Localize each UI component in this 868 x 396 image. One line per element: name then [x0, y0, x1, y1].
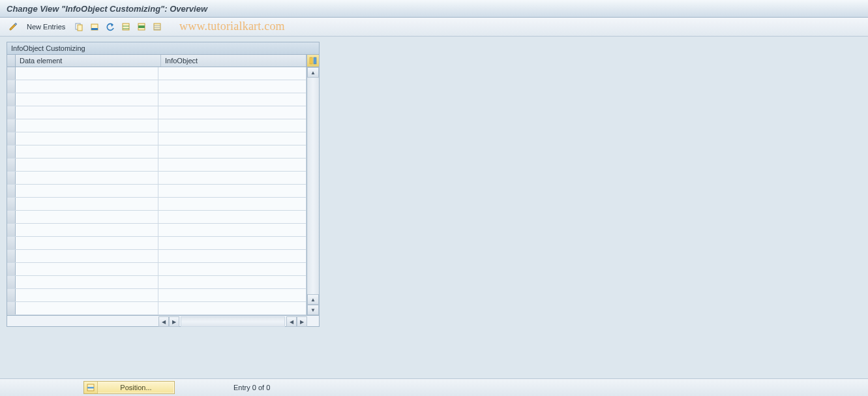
cell-data-element[interactable]: [16, 224, 158, 236]
table-row[interactable]: [7, 159, 307, 172]
cell-infoobject[interactable]: [158, 276, 307, 288]
row-selector[interactable]: [7, 211, 16, 223]
table-row[interactable]: [7, 276, 307, 289]
table-row[interactable]: [7, 119, 307, 132]
row-selector[interactable]: [7, 93, 16, 106]
table-row[interactable]: [7, 106, 307, 119]
cell-infoobject[interactable]: [158, 119, 307, 132]
row-selector[interactable]: [7, 276, 16, 288]
cell-infoobject[interactable]: [158, 263, 307, 275]
scroll-down-icon[interactable]: ▼: [307, 305, 319, 315]
cell-data-element[interactable]: [16, 172, 158, 184]
scroll-right-icon[interactable]: ▶: [169, 316, 179, 327]
vertical-scrollbar[interactable]: ▲ ▲ ▼: [307, 67, 319, 315]
cell-data-element[interactable]: [16, 276, 158, 288]
cell-infoobject[interactable]: [158, 302, 307, 314]
copy-as-icon[interactable]: [72, 20, 85, 33]
row-selector[interactable]: [7, 185, 16, 197]
scroll-left2-icon[interactable]: ◀: [286, 316, 297, 327]
row-selector[interactable]: [7, 237, 16, 249]
cell-data-element[interactable]: [16, 185, 158, 197]
table-row[interactable]: [7, 302, 307, 315]
cell-infoobject[interactable]: [158, 237, 307, 249]
table-row[interactable]: [7, 224, 307, 237]
row-selector[interactable]: [7, 172, 16, 184]
cell-data-element[interactable]: [16, 145, 158, 158]
cell-infoobject[interactable]: [158, 80, 307, 93]
row-selector[interactable]: [7, 159, 16, 171]
scroll-left-icon[interactable]: ◀: [158, 316, 169, 327]
cell-data-element[interactable]: [16, 80, 158, 93]
cell-infoobject[interactable]: [158, 185, 307, 197]
cell-infoobject[interactable]: [158, 93, 307, 106]
row-selector[interactable]: [7, 224, 16, 236]
table-row[interactable]: [7, 237, 307, 250]
svg-rect-8: [310, 57, 312, 64]
scroll-up2-icon[interactable]: ▲: [307, 294, 319, 305]
table-row[interactable]: [7, 250, 307, 263]
table-row[interactable]: [7, 211, 307, 224]
table-row[interactable]: [7, 289, 307, 302]
cell-data-element[interactable]: [16, 93, 158, 106]
table-row[interactable]: [7, 132, 307, 145]
table-row[interactable]: [7, 185, 307, 198]
cell-data-element[interactable]: [16, 67, 158, 80]
row-selector[interactable]: [7, 132, 16, 145]
select-block-icon[interactable]: [135, 20, 148, 33]
cell-infoobject[interactable]: [158, 106, 307, 119]
row-selector[interactable]: [7, 302, 16, 314]
row-selector[interactable]: [7, 80, 16, 93]
cell-data-element[interactable]: [16, 106, 158, 119]
table-row[interactable]: [7, 67, 307, 80]
configure-columns-icon[interactable]: [307, 55, 319, 67]
deselect-all-icon[interactable]: [151, 20, 164, 33]
delete-icon[interactable]: [88, 20, 101, 33]
cell-infoobject[interactable]: [158, 145, 307, 158]
row-selector[interactable]: [7, 67, 16, 80]
cell-infoobject[interactable]: [158, 132, 307, 145]
table-row[interactable]: [7, 93, 307, 106]
undo-change-icon[interactable]: [104, 20, 117, 33]
row-selector[interactable]: [7, 289, 16, 301]
cell-infoobject[interactable]: [158, 198, 307, 210]
table-row[interactable]: [7, 198, 307, 211]
cell-infoobject[interactable]: [158, 172, 307, 184]
toggle-display-change-icon[interactable]: [7, 20, 20, 33]
cell-data-element[interactable]: [16, 263, 158, 275]
row-selector[interactable]: [7, 145, 16, 158]
cell-infoobject[interactable]: [158, 289, 307, 301]
cell-data-element[interactable]: [16, 289, 158, 301]
cell-infoobject[interactable]: [158, 67, 307, 80]
cell-data-element[interactable]: [16, 132, 158, 145]
cell-data-element[interactable]: [16, 211, 158, 223]
cell-infoobject[interactable]: [158, 159, 307, 171]
cell-data-element[interactable]: [16, 159, 158, 171]
position-button[interactable]: Position...: [83, 381, 175, 394]
column-header-data-element[interactable]: Data element: [16, 55, 161, 67]
column-header-infoobject[interactable]: InfoObject: [161, 55, 307, 67]
row-selector[interactable]: [7, 198, 16, 210]
select-all-icon[interactable]: [119, 20, 132, 33]
svg-rect-11: [87, 387, 94, 389]
table-row[interactable]: [7, 172, 307, 185]
row-selector-header[interactable]: [7, 55, 16, 67]
cell-infoobject[interactable]: [158, 250, 307, 262]
row-selector[interactable]: [7, 106, 16, 119]
cell-infoobject[interactable]: [158, 224, 307, 236]
row-selector[interactable]: [7, 263, 16, 275]
cell-data-element[interactable]: [16, 237, 158, 249]
scroll-up-icon[interactable]: ▲: [307, 67, 319, 78]
new-entries-button[interactable]: New Entries: [22, 21, 70, 33]
cell-data-element[interactable]: [16, 302, 158, 314]
cell-data-element[interactable]: [16, 198, 158, 210]
cell-data-element[interactable]: [16, 250, 158, 262]
table-row[interactable]: [7, 80, 307, 93]
cell-data-element[interactable]: [16, 119, 158, 132]
table-row[interactable]: [7, 263, 307, 276]
cell-infoobject[interactable]: [158, 211, 307, 223]
scroll-right2-icon[interactable]: ▶: [297, 316, 307, 327]
horizontal-scrollbar[interactable]: [181, 316, 285, 327]
table-row[interactable]: [7, 145, 307, 159]
row-selector[interactable]: [7, 119, 16, 132]
row-selector[interactable]: [7, 250, 16, 262]
